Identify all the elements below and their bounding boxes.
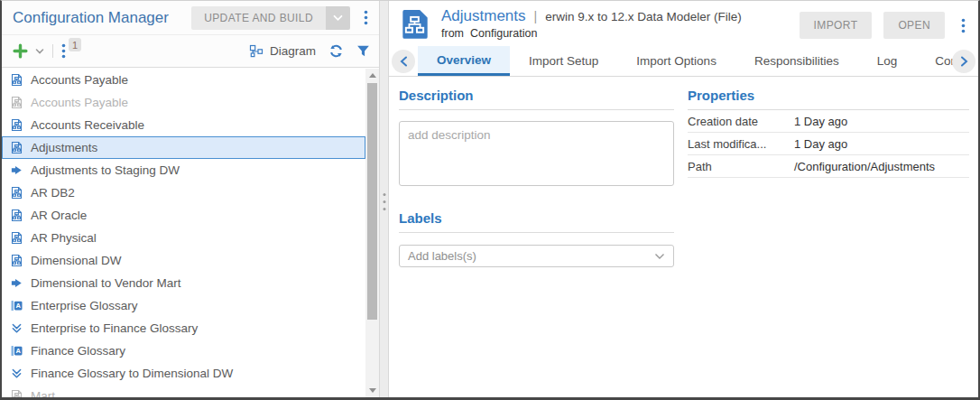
tab-log[interactable]: Log <box>858 46 917 76</box>
transition-down-icon <box>9 366 24 381</box>
sidebar-item-label: AR Oracle <box>31 209 87 222</box>
transition-right-icon <box>9 163 24 178</box>
chevron-down-icon <box>654 253 665 260</box>
tab-import-options[interactable]: Import Options <box>617 46 735 76</box>
detail-subtitle: erwin 9.x to 12.x Data Modeler (File) <box>545 10 742 23</box>
breadcrumb: fromConfiguration <box>441 27 742 40</box>
panel-resize-handle[interactable] <box>379 1 389 397</box>
labels-placeholder: Add labels(s) <box>408 249 476 263</box>
detail-header: Adjustments | erwin 9.x to 12.x Data Mod… <box>389 1 978 46</box>
property-row: Path/Configuration/Adjustments <box>688 155 969 178</box>
sidebar-item-label: Enterprise Glossary <box>31 299 138 312</box>
model-icon <box>9 117 24 133</box>
sidebar-item-label: Accounts Payable <box>31 73 128 87</box>
sidebar-item[interactable]: Adjustments to Staging DW <box>2 159 365 181</box>
refresh-button[interactable] <box>328 43 344 59</box>
import-button[interactable]: IMPORT <box>800 12 873 39</box>
filter-icon <box>356 44 370 58</box>
model-icon <box>9 208 24 223</box>
configuration-manager-window: Configuration Manager UPDATE AND BUILD <box>0 0 980 400</box>
sidebar-item[interactable]: AFinance Glossary <box>2 340 365 362</box>
sidebar-item-label: Accounts Payable <box>31 96 128 109</box>
description-heading: Description <box>399 88 674 110</box>
update-and-build-label[interactable]: UPDATE AND BUILD <box>191 6 326 30</box>
sidebar-item[interactable]: Enterprise to Finance Glossary <box>2 317 365 340</box>
open-button[interactable]: OPEN <box>883 12 945 39</box>
sidebar-item[interactable]: Dimensional DW <box>2 249 365 272</box>
sidebar-item[interactable]: Adjustments <box>2 136 365 159</box>
update-and-build-button[interactable]: UPDATE AND BUILD <box>191 6 350 30</box>
refresh-icon <box>328 43 344 59</box>
labels-heading: Labels <box>399 210 674 233</box>
from-value: Configuration <box>470 27 537 40</box>
sidebar-item-label: Adjustments <box>31 141 97 154</box>
scroll-up-arrow-icon[interactable] <box>365 69 379 82</box>
transition-down-icon <box>9 321 24 336</box>
glossary-icon: A <box>9 343 24 358</box>
sidebar-item-label: AR Physical <box>31 231 97 245</box>
tab-responsibilities[interactable]: Responsibilities <box>735 46 858 76</box>
page-title: Configuration Manager <box>13 9 169 27</box>
model-icon <box>9 253 24 268</box>
property-name: Creation date <box>688 115 794 128</box>
left-panel-menu-button[interactable] <box>359 9 372 27</box>
toolbar-separator <box>52 44 53 58</box>
property-row: Creation date1 Day ago <box>688 110 969 133</box>
add-dropdown-button[interactable] <box>35 48 44 55</box>
sidebar-item[interactable]: Dimensional to Vendor Mart <box>2 272 365 294</box>
sidebar-item[interactable]: Mart <box>2 385 365 397</box>
drag-dots-icon <box>383 193 385 210</box>
filter-button[interactable] <box>356 44 370 58</box>
description-input[interactable] <box>399 121 674 186</box>
count-badge: 1 <box>69 38 81 51</box>
sidebar-item[interactable]: Accounts Payable <box>2 91 365 114</box>
tabs-scroll-right-button[interactable] <box>952 50 975 73</box>
sidebar-item-label: Finance Glossary to Dimensional DW <box>31 367 233 380</box>
tabs-scroll-left-button[interactable] <box>392 50 415 73</box>
from-label: from <box>441 27 464 40</box>
property-name: Path <box>688 160 794 173</box>
sidebar-item-label: Enterprise to Finance Glossary <box>31 321 198 335</box>
sidebar-item[interactable]: AR Oracle <box>2 204 365 227</box>
sidebar-item[interactable]: Finance Glossary to Dimensional DW <box>2 362 365 385</box>
tab-overview[interactable]: Overview <box>418 46 510 76</box>
tabs-bar: OverviewImport SetupImport OptionsRespon… <box>389 46 978 77</box>
left-panel: Configuration Manager UPDATE AND BUILD <box>2 1 379 397</box>
add-button[interactable] <box>13 43 28 59</box>
tab-import-setup[interactable]: Import Setup <box>510 46 617 76</box>
sidebar-item-label: AR DB2 <box>31 186 75 200</box>
sidebar-item[interactable]: AR Physical <box>2 227 365 249</box>
sidebar-item[interactable]: Accounts Receivable <box>2 114 365 136</box>
object-list: Accounts PayableAccounts PayableAccounts… <box>2 69 365 397</box>
diagram-label: Diagram <box>270 44 316 58</box>
model-icon <box>9 140 24 155</box>
update-and-build-dropdown[interactable] <box>326 6 350 30</box>
model-icon <box>9 388 24 397</box>
scroll-down-arrow-icon[interactable] <box>365 384 379 397</box>
sidebar-item[interactable]: Accounts Payable <box>2 69 365 91</box>
pending-actions-button[interactable]: 1 <box>61 43 66 59</box>
properties-table: Creation date1 Day agoLast modifica...1 … <box>688 110 969 178</box>
sidebar-item[interactable]: AR DB2 <box>2 181 365 204</box>
chevron-left-icon <box>400 56 408 67</box>
property-value: 1 Day ago <box>794 115 847 128</box>
labels-select[interactable]: Add labels(s) <box>399 245 674 267</box>
left-panel-header: Configuration Manager UPDATE AND BUILD <box>2 1 379 35</box>
sidebar-item[interactable]: AEnterprise Glossary <box>2 294 365 317</box>
scrollbar-thumb[interactable] <box>367 83 377 320</box>
chevron-down-icon <box>333 14 343 22</box>
sidebar-scrollbar[interactable] <box>365 69 379 397</box>
sidebar-item-label: Accounts Receivable <box>31 118 144 132</box>
svg-text:A: A <box>15 347 21 355</box>
model-icon <box>9 185 24 200</box>
diagram-toggle[interactable]: Diagram <box>249 44 316 59</box>
sidebar-item-label: Finance Glossary <box>31 344 125 358</box>
kebab-icon <box>61 43 66 59</box>
svg-text:A: A <box>15 302 21 310</box>
sidebar-item-label: Adjustments to Staging DW <box>31 163 180 177</box>
diagram-icon <box>249 44 263 59</box>
chevron-right-icon <box>960 56 968 67</box>
sidebar-item-label: Dimensional DW <box>31 254 122 267</box>
property-value: 1 Day ago <box>794 137 847 151</box>
detail-menu-button[interactable] <box>957 16 969 34</box>
